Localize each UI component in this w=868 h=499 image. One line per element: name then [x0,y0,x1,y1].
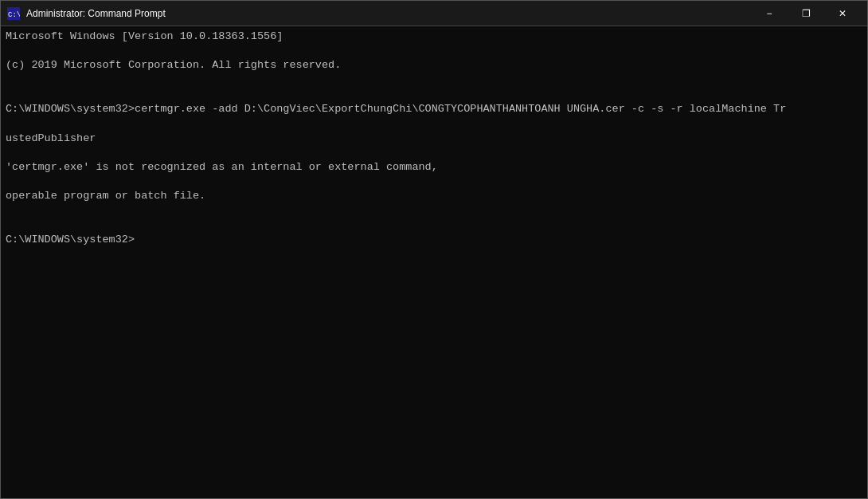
title-bar: C:\ Administrator: Command Prompt − ❐ ✕ [1,1,867,26]
console-line: ustedPublisher [6,132,862,146]
title-bar-controls: − ❐ ✕ [751,1,861,26]
cmd-icon: C:\ [7,7,20,20]
title-bar-text: Administrator: Command Prompt [26,8,751,19]
console-line: 'certmgr.exe' is not recognized as an in… [6,160,862,175]
console-line: C:\WINDOWS\system32> [6,233,862,247]
close-button[interactable]: ✕ [824,1,861,26]
restore-button[interactable]: ❐ [788,1,824,26]
console-line: Microsoft Windows [Version 10.0.18363.15… [6,29,862,44]
cmd-window: C:\ Administrator: Command Prompt − ❐ ✕ … [0,0,868,499]
console-output[interactable]: Microsoft Windows [Version 10.0.18363.15… [1,26,867,498]
minimize-button[interactable]: − [751,1,788,26]
console-line: (c) 2019 Microsoft Corporation. All righ… [6,58,862,73]
console-line: C:\WINDOWS\system32>certmgr.exe -add D:\… [6,102,862,116]
console-line: operable program or batch file. [6,189,862,203]
svg-text:C:\: C:\ [8,11,20,19]
